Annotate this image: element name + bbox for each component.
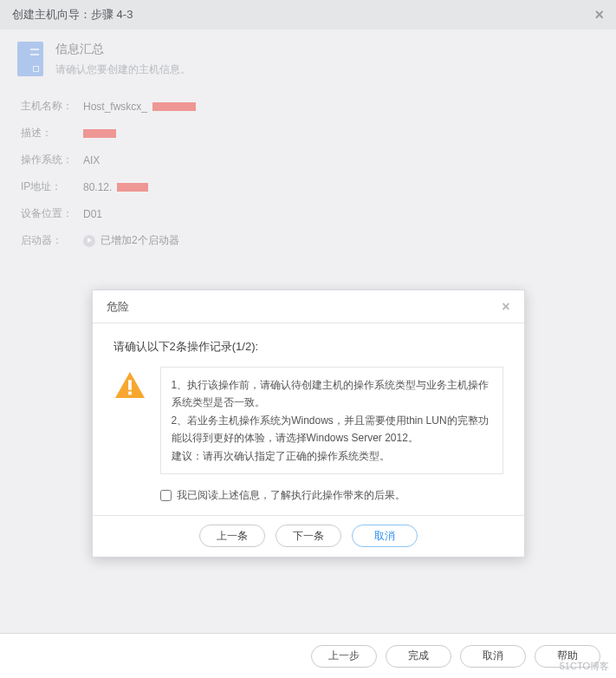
modal-header: 危险 × (93, 290, 524, 323)
modal-close-icon[interactable]: × (502, 299, 509, 315)
ack-label: 我已阅读上述信息，了解执行此操作带来的后果。 (177, 488, 405, 503)
modal-cancel-button[interactable]: 取消 (352, 525, 418, 547)
modal-title: 危险 (107, 299, 129, 315)
warning-message: 1、执行该操作前，请确认待创建主机的操作系统类型与业务主机操作系统类型是否一致。… (160, 367, 503, 474)
finish-button[interactable]: 完成 (386, 645, 451, 668)
modal-next-button[interactable]: 下一条 (276, 525, 341, 547)
ack-checkbox[interactable] (160, 490, 172, 501)
cancel-button[interactable]: 取消 (460, 645, 526, 668)
svg-rect-0 (128, 380, 132, 389)
wizard-body: 信息汇总 请确认您要创建的主机信息。 主机名称： Host_fwskcx_ 描述… (0, 29, 616, 633)
warning-line-2: 2、若业务主机操作系统为Windows，并且需要使用thin LUN的完整功能以… (172, 412, 492, 447)
warning-line-3: 建议：请再次确认指定了正确的操作系统类型。 (172, 447, 492, 465)
wizard-header: 创建主机向导：步骤 4-3 × (0, 0, 616, 29)
modal-subtitle: 请确认以下2条操作记录(1/2): (113, 339, 503, 355)
warning-icon (113, 370, 146, 400)
svg-rect-1 (128, 392, 132, 395)
warning-line-1: 1、执行该操作前，请确认待创建主机的操作系统类型与业务主机操作系统类型是否一致。 (172, 376, 492, 412)
prev-step-button[interactable]: 上一步 (311, 645, 377, 668)
watermark: 51CTO博客 (560, 660, 609, 673)
modal-prev-button[interactable]: 上一条 (199, 525, 265, 547)
modal-footer: 上一条 下一条 取消 (93, 515, 524, 557)
wizard-title: 创建主机向导：步骤 4-3 (12, 7, 133, 23)
modal-overlay: 危险 × 请确认以下2条操作记录(1/2): 1、执行该操作前，请确认待创建主机… (0, 29, 616, 633)
danger-modal: 危险 × 请确认以下2条操作记录(1/2): 1、执行该操作前，请确认待创建主机… (92, 290, 525, 557)
wizard-footer: 上一步 完成 取消 帮助 (0, 633, 616, 678)
ack-row[interactable]: 我已阅读上述信息，了解执行此操作带来的后果。 (160, 488, 503, 503)
close-icon[interactable]: × (594, 6, 604, 24)
